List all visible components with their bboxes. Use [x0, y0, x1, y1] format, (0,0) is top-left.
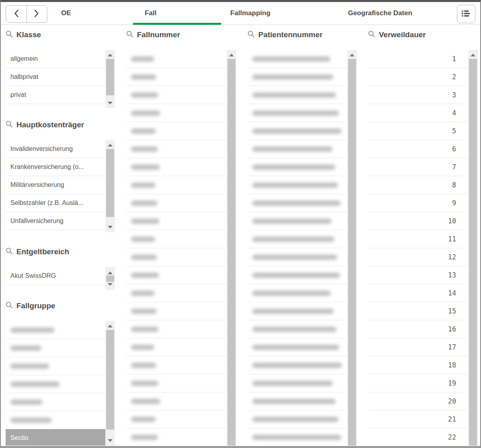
scrollbar[interactable] [105, 267, 115, 290]
list-item[interactable]: 3 [368, 86, 468, 104]
list-item[interactable]: 5 [368, 122, 468, 140]
prev-sheet-button[interactable] [6, 6, 26, 22]
list-item[interactable] [126, 194, 227, 212]
list-item[interactable] [126, 50, 227, 68]
search-icon[interactable] [248, 30, 255, 39]
list-item[interactable] [126, 374, 227, 392]
list-item[interactable] [126, 86, 227, 104]
scroll-down-icon[interactable] [108, 226, 113, 229]
list-item[interactable] [126, 104, 227, 122]
scroll-down-icon[interactable] [108, 439, 113, 442]
list-item[interactable]: 6 [368, 140, 468, 158]
list-item[interactable]: 19 [368, 374, 468, 392]
scrollbar[interactable] [227, 50, 236, 446]
list-item[interactable]: 11 [368, 230, 468, 248]
list-item[interactable] [248, 194, 347, 212]
list-item[interactable]: Krankenversicherung (o... [6, 158, 105, 176]
list-item[interactable]: 17 [368, 338, 468, 356]
list-item-selected[interactable]: Sectio [6, 429, 105, 446]
list-item[interactable] [6, 357, 105, 375]
list-item[interactable] [248, 68, 347, 86]
list-item[interactable] [126, 428, 227, 446]
list-item[interactable]: 21 [368, 410, 468, 428]
list-item[interactable]: Akut SwissDRG [6, 267, 105, 285]
list-item[interactable] [126, 158, 227, 176]
list-item[interactable] [126, 392, 227, 410]
list-item[interactable]: 7 [368, 158, 468, 176]
list-item[interactable] [126, 302, 227, 320]
list-item[interactable] [248, 302, 347, 320]
list-item[interactable] [248, 266, 347, 284]
list-item[interactable] [248, 338, 347, 356]
scroll-up-icon[interactable] [350, 54, 354, 56]
list-item[interactable]: 4 [368, 104, 468, 122]
list-item[interactable] [248, 50, 347, 68]
scrollbar[interactable] [105, 321, 115, 446]
list-item[interactable] [248, 410, 347, 428]
list-item[interactable] [248, 320, 347, 338]
list-item[interactable] [248, 212, 347, 230]
scroll-thumb[interactable] [469, 59, 477, 446]
list-item[interactable] [126, 410, 227, 428]
list-item[interactable] [248, 356, 347, 374]
tab-fallmapping[interactable]: Fallmapping [230, 9, 270, 17]
list-item[interactable] [248, 158, 347, 176]
list-item[interactable] [126, 338, 227, 356]
scroll-thumb[interactable] [106, 275, 114, 282]
list-item[interactable] [126, 230, 227, 248]
list-item[interactable] [248, 104, 347, 122]
search-icon[interactable] [6, 121, 13, 129]
list-item[interactable]: Militärversicherung [6, 176, 105, 194]
list-item[interactable] [126, 284, 227, 302]
list-item[interactable] [248, 428, 347, 446]
list-item[interactable] [248, 284, 347, 302]
list-item[interactable]: 8 [368, 176, 468, 194]
scroll-down-icon[interactable] [108, 283, 113, 286]
list-item[interactable] [126, 122, 227, 140]
list-item[interactable] [126, 356, 227, 374]
list-item[interactable] [248, 248, 347, 266]
list-item[interactable]: Selbstzahler (z.B. Auslä... [6, 194, 105, 212]
list-item[interactable] [248, 86, 347, 104]
list-item[interactable]: 16 [368, 320, 468, 338]
list-item[interactable] [6, 393, 105, 411]
list-item[interactable] [6, 411, 105, 429]
tab-geografische-daten[interactable]: Geografische Daten [348, 9, 413, 17]
list-item[interactable] [126, 176, 227, 194]
list-item[interactable]: 18 [368, 356, 468, 374]
scroll-down-icon[interactable] [108, 102, 113, 104]
search-icon[interactable] [6, 301, 13, 310]
list-item[interactable] [248, 230, 347, 248]
scroll-up-icon[interactable] [108, 144, 113, 147]
list-item[interactable]: 2 [368, 68, 468, 86]
scroll-up-icon[interactable] [108, 271, 113, 274]
scroll-thumb[interactable] [106, 330, 114, 430]
list-item[interactable] [126, 68, 227, 86]
list-item[interactable] [126, 140, 227, 158]
scroll-up-icon[interactable] [108, 325, 113, 327]
search-icon[interactable] [368, 30, 375, 39]
scroll-up-icon[interactable] [471, 54, 475, 56]
list-item[interactable]: 1 [368, 50, 468, 68]
scroll-thumb[interactable] [227, 59, 235, 446]
next-sheet-button[interactable] [26, 6, 47, 22]
list-item[interactable] [6, 339, 105, 357]
list-item[interactable] [126, 320, 227, 338]
list-item[interactable]: 10 [368, 212, 468, 230]
list-item[interactable] [6, 375, 105, 393]
scrollbar[interactable] [105, 50, 115, 108]
search-icon[interactable] [126, 30, 133, 39]
scroll-up-icon[interactable] [229, 54, 234, 56]
list-item[interactable] [6, 321, 105, 339]
list-item[interactable]: 13 [368, 266, 468, 284]
list-item[interactable] [126, 266, 227, 284]
scrollbar[interactable] [347, 50, 357, 446]
list-item[interactable] [248, 392, 347, 410]
list-item[interactable]: 22 [368, 428, 468, 446]
sheet-list-button[interactable] [457, 5, 475, 23]
scrollbar[interactable] [105, 140, 115, 232]
tab-oe[interactable]: OE [61, 9, 71, 17]
list-item[interactable] [126, 212, 227, 230]
list-item[interactable]: 15 [368, 302, 468, 320]
list-item[interactable]: 14 [368, 284, 468, 302]
